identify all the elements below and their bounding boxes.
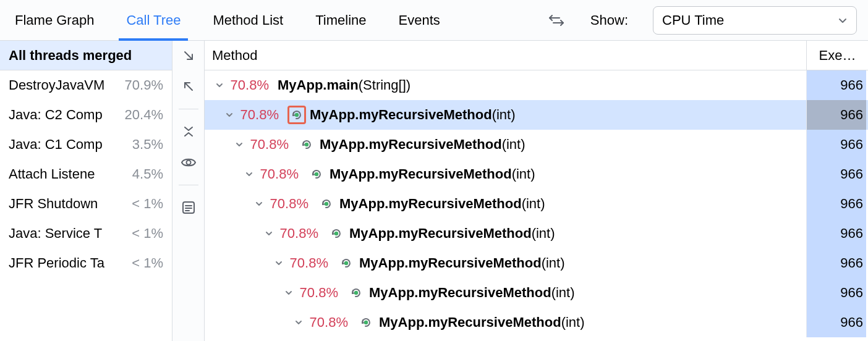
threads-header[interactable]: All threads merged bbox=[0, 41, 172, 70]
recursive-icon bbox=[317, 195, 336, 213]
tab-method-list[interactable]: Method List bbox=[209, 0, 287, 40]
profiler-tabbar: Flame GraphCall TreeMethod ListTimelineE… bbox=[0, 0, 868, 41]
method-name: MyApp.myRecursiveMethod(int) bbox=[339, 196, 545, 212]
thread-name: JFR Shutdown bbox=[9, 196, 127, 212]
column-method[interactable]: Method bbox=[205, 41, 806, 70]
eye-icon[interactable] bbox=[180, 154, 197, 171]
svg-point-11 bbox=[354, 291, 358, 295]
svg-point-12 bbox=[364, 321, 368, 324]
recursive-icon bbox=[347, 284, 365, 302]
chevron-down-icon[interactable] bbox=[292, 318, 305, 327]
tree-row[interactable]: 70.8%MyApp.myRecursiveMethod(int)966 bbox=[205, 278, 868, 308]
chevron-down-icon[interactable] bbox=[273, 259, 285, 267]
tab-flame-graph[interactable]: Flame Graph bbox=[11, 0, 98, 40]
method-name: MyApp.myRecursiveMethod(int) bbox=[369, 285, 575, 301]
collapse-icon[interactable] bbox=[180, 123, 197, 140]
exe-value: 966 bbox=[840, 166, 863, 182]
method-cell: 70.8%MyApp.main(String[]) bbox=[205, 77, 806, 93]
show-select[interactable]: CPU Time bbox=[653, 6, 857, 35]
exe-value: 966 bbox=[840, 255, 863, 271]
recursive-icon bbox=[357, 313, 375, 332]
pct: 70.8% bbox=[299, 285, 347, 301]
call-tree: Method Exe… 70.8%MyApp.main(String[])966… bbox=[205, 41, 868, 341]
tab-timeline[interactable]: Timeline bbox=[312, 0, 370, 40]
method-name: MyApp.myRecursiveMethod(int) bbox=[320, 137, 525, 153]
method-cell: 70.8%MyApp.myRecursiveMethod(int) bbox=[205, 106, 806, 124]
show-select-value: CPU Time bbox=[662, 12, 724, 28]
chevron-down-icon[interactable] bbox=[263, 229, 275, 238]
tab-call-tree[interactable]: Call Tree bbox=[122, 0, 184, 40]
thread-name: Attach Listene bbox=[9, 166, 127, 182]
tree-row[interactable]: 70.8%MyApp.myRecursiveMethod(int)966 bbox=[205, 159, 868, 189]
svg-point-8 bbox=[325, 202, 328, 206]
thread-pct: 4.5% bbox=[132, 166, 163, 182]
pct: 70.8% bbox=[308, 314, 357, 330]
recursive-icon bbox=[297, 135, 316, 154]
chevron-down-icon bbox=[838, 15, 848, 25]
thread-row[interactable]: Attach Listene4.5% bbox=[0, 159, 172, 189]
thread-pct: 70.9% bbox=[125, 77, 163, 93]
tree-row[interactable]: 70.8%MyApp.myRecursiveMethod(int)966 bbox=[205, 248, 868, 278]
thread-name: DestroyJavaVM bbox=[9, 77, 120, 93]
tree-row[interactable]: 70.8%MyApp.myRecursiveMethod(int)966 bbox=[205, 100, 868, 130]
recursive-icon bbox=[287, 106, 306, 124]
separator bbox=[179, 185, 198, 185]
column-exe[interactable]: Exe… bbox=[806, 41, 868, 70]
thread-row[interactable]: Java: Service T< 1% bbox=[0, 219, 172, 248]
pct: 70.8% bbox=[229, 77, 278, 93]
thread-name: Java: Service T bbox=[9, 225, 127, 242]
method-cell: 70.8%MyApp.myRecursiveMethod(int) bbox=[205, 165, 806, 183]
pct: 70.8% bbox=[259, 166, 307, 182]
pct: 70.8% bbox=[269, 196, 317, 212]
svg-point-6 bbox=[305, 143, 308, 146]
thread-pct: < 1% bbox=[132, 255, 163, 271]
exe-value: 966 bbox=[840, 314, 863, 330]
separator bbox=[179, 109, 198, 109]
tree-row[interactable]: 70.8%MyApp.myRecursiveMethod(int)966 bbox=[205, 130, 868, 159]
method-name: MyApp.myRecursiveMethod(int) bbox=[379, 314, 585, 330]
list-icon[interactable] bbox=[180, 199, 197, 216]
show-label: Show: bbox=[590, 12, 628, 28]
chevron-down-icon[interactable] bbox=[213, 81, 226, 90]
chevron-down-icon[interactable] bbox=[253, 200, 265, 208]
thread-name: Java: C1 Comp bbox=[9, 137, 127, 153]
thread-row[interactable]: JFR Shutdown< 1% bbox=[0, 189, 172, 219]
method-cell: 70.8%MyApp.myRecursiveMethod(int) bbox=[205, 195, 806, 213]
arrow-nw-icon[interactable] bbox=[180, 78, 197, 95]
thread-pct: < 1% bbox=[132, 225, 163, 242]
tab-events[interactable]: Events bbox=[395, 0, 444, 40]
method-name: MyApp.myRecursiveMethod(int) bbox=[349, 225, 555, 242]
chevron-down-icon[interactable] bbox=[223, 111, 236, 119]
chevron-down-icon[interactable] bbox=[283, 288, 295, 297]
chevron-down-icon[interactable] bbox=[243, 170, 255, 179]
thread-row[interactable]: Java: C2 Comp20.4% bbox=[0, 100, 172, 130]
method-cell: 70.8%MyApp.myRecursiveMethod(int) bbox=[205, 254, 806, 272]
svg-point-10 bbox=[344, 261, 348, 265]
exe-cell: 966 bbox=[806, 100, 868, 130]
recursive-icon bbox=[307, 165, 326, 183]
tree-row[interactable]: 70.8%MyApp.myRecursiveMethod(int)966 bbox=[205, 189, 868, 219]
exe-cell: 966 bbox=[806, 189, 868, 219]
swap-icon[interactable] bbox=[547, 13, 566, 28]
threads-panel: All threads merged DestroyJavaVM70.9%Jav… bbox=[0, 41, 172, 341]
thread-row[interactable]: DestroyJavaVM70.9% bbox=[0, 70, 172, 100]
thread-pct: 3.5% bbox=[132, 137, 163, 153]
method-name: MyApp.myRecursiveMethod(int) bbox=[310, 107, 516, 123]
chevron-down-icon[interactable] bbox=[233, 140, 245, 149]
exe-cell: 966 bbox=[806, 159, 868, 189]
tree-row[interactable]: 70.8%MyApp.myRecursiveMethod(int)966 bbox=[205, 219, 868, 248]
recursive-icon bbox=[327, 224, 346, 243]
exe-value: 966 bbox=[840, 107, 863, 123]
thread-row[interactable]: Java: C1 Comp3.5% bbox=[0, 130, 172, 159]
exe-cell: 966 bbox=[806, 278, 868, 308]
method-name: MyApp.main(String[]) bbox=[278, 77, 411, 93]
tree-row[interactable]: 70.8%MyApp.myRecursiveMethod(int)966 bbox=[205, 308, 868, 337]
method-cell: 70.8%MyApp.myRecursiveMethod(int) bbox=[205, 135, 806, 154]
thread-pct: < 1% bbox=[132, 196, 163, 212]
thread-row[interactable]: JFR Periodic Ta< 1% bbox=[0, 248, 172, 278]
tree-row[interactable]: 70.8%MyApp.main(String[])966 bbox=[205, 70, 868, 100]
exe-cell: 966 bbox=[806, 130, 868, 159]
arrow-se-icon[interactable] bbox=[180, 47, 197, 64]
recursive-icon bbox=[337, 254, 355, 272]
thread-name: Java: C2 Comp bbox=[9, 107, 120, 123]
